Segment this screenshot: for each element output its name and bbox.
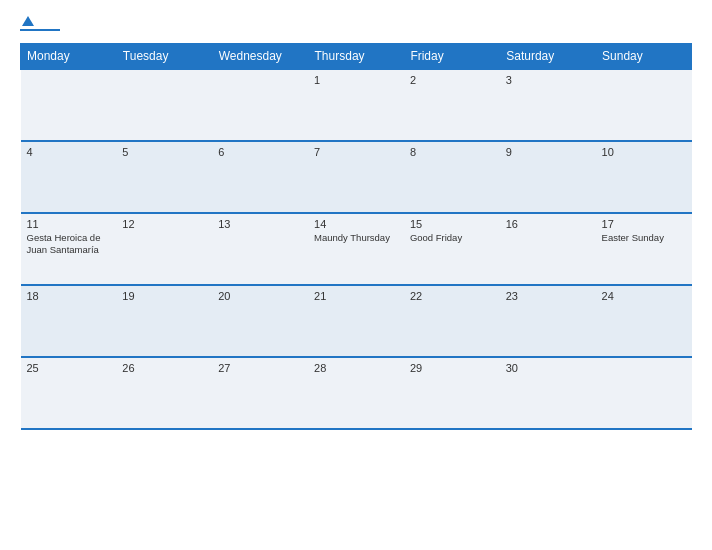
header — [20, 16, 692, 31]
day-cell: 20 — [212, 285, 308, 357]
day-cell: 29 — [404, 357, 500, 429]
day-number: 24 — [602, 290, 686, 302]
holiday-name: Maundy Thursday — [314, 232, 398, 244]
day-cell — [212, 69, 308, 141]
week-row-4: 18192021222324 — [21, 285, 692, 357]
day-cell: 18 — [21, 285, 117, 357]
day-cell: 2 — [404, 69, 500, 141]
day-number: 8 — [410, 146, 494, 158]
weekday-header-sunday: Sunday — [596, 44, 692, 70]
day-number: 13 — [218, 218, 302, 230]
day-cell: 8 — [404, 141, 500, 213]
day-cell: 24 — [596, 285, 692, 357]
day-cell — [596, 357, 692, 429]
holiday-name: Easter Sunday — [602, 232, 686, 244]
day-number: 4 — [27, 146, 111, 158]
day-number: 18 — [27, 290, 111, 302]
day-cell: 16 — [500, 213, 596, 285]
day-number: 28 — [314, 362, 398, 374]
day-number: 27 — [218, 362, 302, 374]
day-cell: 17Easter Sunday — [596, 213, 692, 285]
day-cell: 14Maundy Thursday — [308, 213, 404, 285]
day-cell: 23 — [500, 285, 596, 357]
day-cell: 28 — [308, 357, 404, 429]
day-cell: 3 — [500, 69, 596, 141]
day-cell: 26 — [116, 357, 212, 429]
day-number: 26 — [122, 362, 206, 374]
weekday-header-friday: Friday — [404, 44, 500, 70]
weekday-header-thursday: Thursday — [308, 44, 404, 70]
day-cell — [596, 69, 692, 141]
day-cell: 5 — [116, 141, 212, 213]
day-number: 17 — [602, 218, 686, 230]
logo — [20, 16, 60, 31]
day-cell: 13 — [212, 213, 308, 285]
week-row-2: 45678910 — [21, 141, 692, 213]
day-number: 2 — [410, 74, 494, 86]
holiday-name: Good Friday — [410, 232, 494, 244]
day-cell: 9 — [500, 141, 596, 213]
weekday-header-row: MondayTuesdayWednesdayThursdayFridaySatu… — [21, 44, 692, 70]
day-cell: 4 — [21, 141, 117, 213]
day-cell: 12 — [116, 213, 212, 285]
day-cell: 30 — [500, 357, 596, 429]
day-number: 16 — [506, 218, 590, 230]
day-number: 7 — [314, 146, 398, 158]
week-row-1: 123 — [21, 69, 692, 141]
day-number: 20 — [218, 290, 302, 302]
day-cell: 7 — [308, 141, 404, 213]
day-number: 23 — [506, 290, 590, 302]
weekday-header-tuesday: Tuesday — [116, 44, 212, 70]
week-row-3: 11Gesta Heroica de Juan Santamaría121314… — [21, 213, 692, 285]
day-cell: 6 — [212, 141, 308, 213]
day-cell — [116, 69, 212, 141]
day-number: 21 — [314, 290, 398, 302]
day-number: 22 — [410, 290, 494, 302]
day-number: 29 — [410, 362, 494, 374]
weekday-header-saturday: Saturday — [500, 44, 596, 70]
day-number: 19 — [122, 290, 206, 302]
day-cell: 22 — [404, 285, 500, 357]
day-number: 3 — [506, 74, 590, 86]
day-number: 14 — [314, 218, 398, 230]
day-number: 6 — [218, 146, 302, 158]
day-cell: 25 — [21, 357, 117, 429]
day-cell: 19 — [116, 285, 212, 357]
logo-triangle-icon — [22, 16, 34, 26]
calendar-table: MondayTuesdayWednesdayThursdayFridaySatu… — [20, 43, 692, 430]
calendar-page: MondayTuesdayWednesdayThursdayFridaySatu… — [0, 0, 712, 550]
day-cell: 21 — [308, 285, 404, 357]
day-number: 9 — [506, 146, 590, 158]
week-row-5: 252627282930 — [21, 357, 692, 429]
day-cell: 11Gesta Heroica de Juan Santamaría — [21, 213, 117, 285]
day-cell — [21, 69, 117, 141]
day-number: 5 — [122, 146, 206, 158]
day-cell: 15Good Friday — [404, 213, 500, 285]
day-cell: 1 — [308, 69, 404, 141]
day-cell: 10 — [596, 141, 692, 213]
day-number: 12 — [122, 218, 206, 230]
day-number: 11 — [27, 218, 111, 230]
weekday-header-monday: Monday — [21, 44, 117, 70]
day-number: 25 — [27, 362, 111, 374]
weekday-header-wednesday: Wednesday — [212, 44, 308, 70]
day-number: 1 — [314, 74, 398, 86]
day-number: 30 — [506, 362, 590, 374]
logo-underline — [20, 29, 60, 31]
day-number: 15 — [410, 218, 494, 230]
holiday-name: Gesta Heroica de Juan Santamaría — [27, 232, 111, 257]
day-number: 10 — [602, 146, 686, 158]
day-cell: 27 — [212, 357, 308, 429]
